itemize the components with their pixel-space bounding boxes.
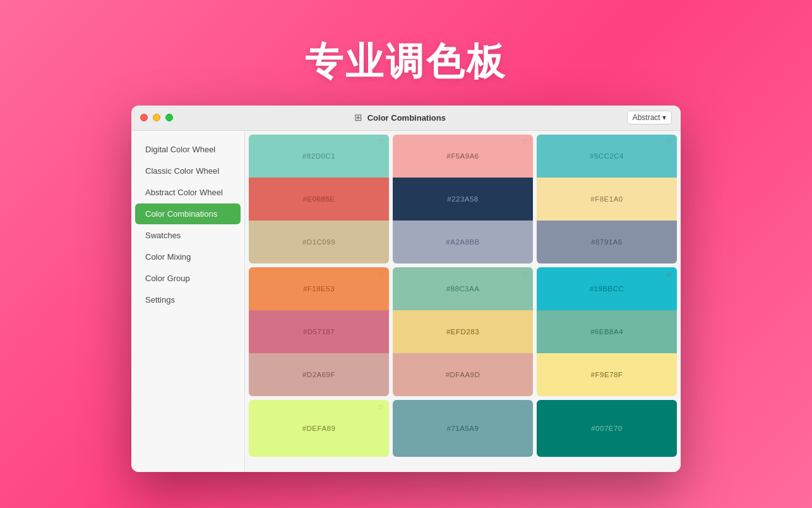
- sidebar-item-swatches[interactable]: Swatches: [135, 225, 241, 246]
- color-cell[interactable]: #007E70: [537, 400, 677, 457]
- sidebar-item-color-group[interactable]: Color Group: [135, 268, 241, 289]
- main-content: Digital Color Wheel Classic Color Wheel …: [131, 131, 681, 472]
- color-hex: #19BBCC: [590, 285, 624, 293]
- color-hex: #007E70: [591, 425, 623, 432]
- color-cell[interactable]: #E0685E 专/调色板: [249, 178, 389, 221]
- color-block-col3-g3: #007E70: [537, 400, 677, 457]
- color-hex: #F8E1A0: [590, 195, 623, 203]
- color-hex: #A2A8BB: [446, 238, 479, 246]
- color-hex: #F18E53: [303, 285, 335, 293]
- color-hex: #5CC2C4: [590, 152, 624, 160]
- app-window: ⊞ Color Combinations Abstract ▾ Digital …: [131, 106, 681, 472]
- color-hex: #E0685E: [303, 195, 335, 203]
- color-cell[interactable]: #D2A69F: [249, 353, 389, 396]
- color-cell[interactable]: #A2A8BB: [393, 221, 533, 263]
- color-hex: #F9E78F: [591, 371, 623, 378]
- color-cell[interactable]: ♡ #DEFA89: [249, 400, 389, 457]
- color-cell[interactable]: #F8E1A0: [537, 178, 677, 221]
- color-block-col2-g2: ♡ #88C3AA #EFD283 #DFAA9D: [393, 267, 533, 396]
- heart-icon[interactable]: ♡: [522, 271, 528, 279]
- color-hex: #71A5A9: [447, 425, 479, 432]
- heart-icon[interactable]: ♡: [522, 138, 528, 147]
- color-grid-area[interactable]: ♡ #82D0C1 #E0685E 专/调色板 #D1C099: [245, 131, 681, 472]
- sidebar-item-color-combinations[interactable]: Color Combinations: [135, 203, 241, 224]
- color-hex: #8791A6: [591, 238, 623, 246]
- color-block-col1-g3: ♡ #DEFA89: [249, 400, 389, 457]
- color-hex: #D2A69F: [302, 371, 335, 378]
- color-group-1: ♡ #82D0C1 #E0685E 专/调色板 #D1C099: [249, 135, 677, 263]
- color-hex: #6EB8A4: [590, 328, 623, 336]
- sidebar-item-classic-color-wheel[interactable]: Classic Color Wheel: [135, 160, 241, 181]
- color-hex: #DFAA9D: [446, 371, 481, 378]
- page-title: 专业调色板: [305, 37, 507, 88]
- color-hex: #223A58: [447, 195, 479, 203]
- book-icon: ⊞: [354, 112, 362, 123]
- color-hex: #F5A9A6: [446, 152, 479, 160]
- color-cell[interactable]: #D1C099: [249, 221, 389, 263]
- sidebar-item-color-mixing[interactable]: Color Mixing: [135, 246, 241, 267]
- color-hex: #D1C099: [302, 238, 335, 246]
- color-hex: #EFD283: [446, 328, 479, 336]
- color-block-col1-g1: ♡ #82D0C1 #E0685E 专/调色板 #D1C099: [249, 135, 389, 263]
- color-hex: #82D0C1: [302, 152, 335, 160]
- title-bar-center: ⊞ Color Combinations: [178, 112, 622, 123]
- color-block-col2-g3: ♡ #71A5A9: [393, 400, 533, 457]
- color-group-3: ♡ #DEFA89 ♡ #71A5A9 #007E7: [249, 400, 677, 457]
- color-block-col1-g2: ♡ #F18E53 #D57187 #D2A69F: [249, 267, 389, 396]
- color-cell[interactable]: #D57187: [249, 310, 389, 353]
- color-cell[interactable]: #223A58: [393, 178, 533, 221]
- sidebar-item-settings[interactable]: Settings: [135, 289, 241, 310]
- color-cell[interactable]: ♡ #F5A9A6: [393, 135, 533, 178]
- color-cell[interactable]: ♡ #F18E53: [249, 267, 389, 310]
- sidebar-item-digital-color-wheel[interactable]: Digital Color Wheel: [135, 139, 241, 160]
- color-cell[interactable]: #6EB8A4: [537, 310, 677, 353]
- color-cell[interactable]: #EFD283: [393, 310, 533, 353]
- color-cell[interactable]: ♡ #88C3AA: [393, 267, 533, 310]
- color-cell[interactable]: #8791A6: [537, 221, 677, 263]
- sidebar-item-abstract-color-wheel[interactable]: Abstract Color Wheel: [135, 182, 241, 203]
- heart-icon[interactable]: ♡: [378, 404, 384, 412]
- color-cell[interactable]: #F9E78F: [537, 353, 677, 396]
- color-cell[interactable]: #DFAA9D: [393, 353, 533, 396]
- color-group-2: ♡ #F18E53 #D57187 #D2A69F ♡: [249, 267, 677, 396]
- color-block-col3-g2: ✕ #19BBCC #6EB8A4 #F9E78F: [537, 267, 677, 396]
- color-block-col2-g1: ♡ #F5A9A6 #223A58 #A2A8BB: [393, 135, 533, 263]
- close-button[interactable]: [140, 114, 148, 121]
- heart-icon[interactable]: ♡: [378, 271, 384, 279]
- color-cell[interactable]: ♡ #5CC2C4: [537, 135, 677, 178]
- color-hex: #DEFA89: [302, 425, 336, 432]
- color-cell[interactable]: ✕ #19BBCC: [537, 267, 677, 310]
- heart-icon[interactable]: ♡: [522, 404, 528, 412]
- color-block-col3-g1: ♡ #5CC2C4 #F8E1A0 #8791A6: [537, 135, 677, 263]
- heart-icon[interactable]: ♡: [378, 138, 384, 147]
- maximize-button[interactable]: [165, 114, 173, 121]
- color-hex: #D57187: [303, 328, 335, 336]
- color-hex: #88C3AA: [446, 285, 480, 293]
- sidebar: Digital Color Wheel Classic Color Wheel …: [131, 131, 245, 472]
- color-cell[interactable]: ♡ #82D0C1: [249, 135, 389, 178]
- title-bar-right: Abstract ▾: [627, 111, 672, 124]
- heart-icon[interactable]: ♡: [666, 138, 672, 147]
- minimize-button[interactable]: [153, 114, 160, 121]
- abstract-dropdown[interactable]: Abstract ▾: [627, 111, 672, 124]
- title-bar: ⊞ Color Combinations Abstract ▾: [131, 106, 681, 131]
- color-cell[interactable]: ♡ #71A5A9: [393, 400, 533, 457]
- window-title: Color Combinations: [367, 113, 446, 123]
- heart-icon[interactable]: ✕: [666, 271, 672, 279]
